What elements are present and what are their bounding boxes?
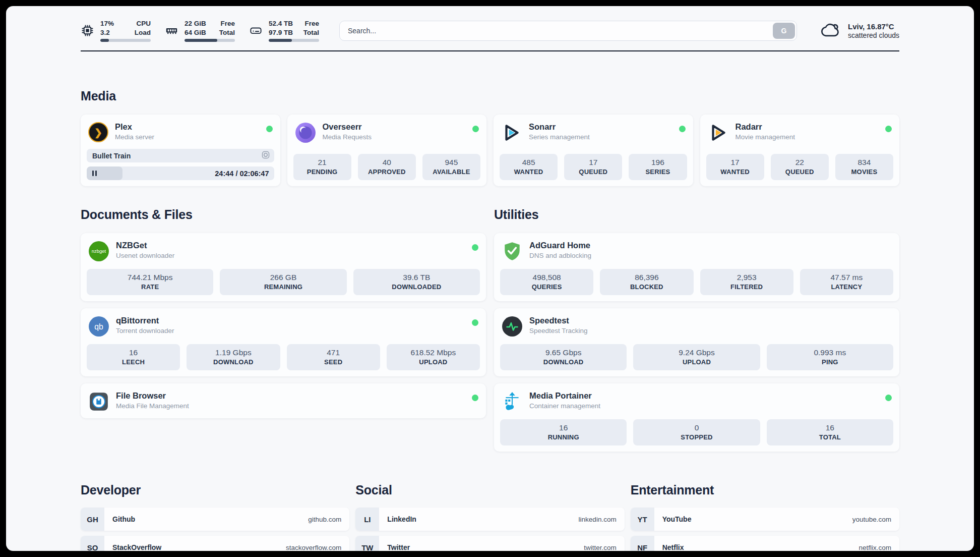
system-stats: 17%CPU 3.2Load 22 GiBFree 64 GiBTotal [81, 19, 319, 42]
status-dot-online [472, 126, 479, 132]
app-subtitle: Media Requests [323, 133, 372, 141]
svg-text:nzbget: nzbget [92, 248, 106, 254]
section-title-entertainment: Entertainment [631, 483, 899, 497]
status-dot-online [472, 244, 478, 251]
app-subtitle: Series management [529, 133, 590, 141]
app-card-plex[interactable]: ❯ Plex Media server Bullet Train [81, 115, 280, 186]
bookmark-abbr: YT [631, 508, 654, 531]
bookmark-url: youtube.com [852, 516, 891, 523]
app-name: AdGuard Home [529, 241, 591, 251]
cpu-progress-bar [100, 39, 151, 42]
stat-pending: 21PENDING [293, 154, 351, 180]
disk-progress-bar [269, 39, 319, 42]
disk-free-label: Free [304, 19, 319, 28]
bookmark-github[interactable]: GH Github github.com [81, 508, 349, 531]
app-card-radarr[interactable]: Radarr Movie management 17WANTED 22QUEUE… [700, 115, 900, 186]
header-divider [81, 50, 899, 51]
stat-rate: 744.21 MbpsRATE [87, 269, 213, 295]
cpu-icon [81, 24, 94, 37]
stat-seed: 471SEED [287, 344, 380, 370]
disk-total-value: 97.9 TB [269, 28, 293, 37]
stat-available: 945AVAILABLE [422, 154, 480, 180]
disk-icon [249, 24, 263, 37]
memory-stat: 22 GiBFree 64 GiBTotal [165, 19, 235, 42]
filebrowser-icon [88, 391, 109, 412]
app-subtitle: Movie management [736, 133, 795, 141]
stat-wanted: 17WANTED [706, 154, 764, 180]
app-card-speedtest[interactable]: Speedtest Speedtest Tracking 9.65 GbpsDO… [494, 308, 899, 376]
app-card-filebrowser[interactable]: File Browser Media File Management [81, 383, 486, 418]
topbar: 17%CPU 3.2Load 22 GiBFree 64 GiBTotal [81, 19, 899, 42]
section-title-developer: Developer [81, 483, 349, 497]
search-bar: G [339, 21, 797, 41]
cpu-label: CPU [136, 19, 151, 28]
section-entertainment: Entertainment YT YouTube youtube.com NF … [631, 483, 899, 551]
bookmark-url: stackoverflow.com [286, 544, 341, 551]
app-card-adguard[interactable]: AdGuard Home DNS and adblocking 498,508Q… [494, 233, 899, 301]
search-engine-button[interactable]: G [773, 23, 795, 39]
disk-free-value: 52.4 TB [269, 19, 293, 28]
qbittorrent-icon: qb [88, 316, 109, 337]
bookmark-abbr: SO [81, 536, 104, 551]
stat-remaining: 266 GBREMAINING [220, 269, 346, 295]
app-subtitle: Torrent downloader [116, 327, 174, 335]
cpu-usage-value: 17% [100, 19, 114, 28]
app-subtitle: Media File Management [116, 402, 189, 410]
cpu-load-value: 3.2 [100, 28, 110, 37]
status-dot-online [885, 126, 892, 132]
weather-location-temp: Lviv, 16.87°C [848, 22, 899, 31]
app-card-portainer[interactable]: Media Portainer Container management 16R… [494, 383, 899, 452]
bookmark-name: Netflix [662, 543, 684, 551]
stat-leech: 16LEECH [87, 344, 180, 370]
app-card-sonarr[interactable]: Sonarr Series management 485WANTED 17QUE… [494, 115, 693, 186]
now-playing-title: Bullet Train [92, 152, 131, 160]
pause-icon[interactable] [92, 171, 97, 176]
app-card-nzbget[interactable]: nzbget NZBGet Usenet downloader 744.21 M… [81, 233, 486, 301]
app-name: Overseerr [323, 122, 372, 132]
stat-running: 16RUNNING [500, 419, 627, 445]
bookmark-name: Twitter [387, 543, 410, 551]
bookmark-abbr: LI [355, 508, 379, 531]
app-subtitle: Usenet downloader [116, 252, 174, 259]
speedtest-icon [502, 316, 523, 337]
stat-wanted: 485WANTED [500, 154, 558, 180]
stat-movies: 834MOVIES [835, 154, 893, 180]
app-name: Radarr [736, 122, 795, 132]
dashboard-page: 17%CPU 3.2Load 22 GiBFree 64 GiBTotal [6, 6, 974, 551]
section-title-media: Media [81, 89, 899, 103]
stat-queued: 17QUEUED [564, 154, 622, 180]
bookmark-stackoverflow[interactable]: SO StackOverflow stackoverflow.com [81, 536, 349, 551]
app-name: Speedtest [529, 316, 588, 326]
plex-icon: ❯ [88, 122, 108, 142]
now-playing-bar: Bullet Train [87, 149, 274, 162]
app-name: NZBGet [116, 241, 174, 251]
bookmark-youtube[interactable]: YT YouTube youtube.com [631, 508, 899, 531]
radarr-icon [708, 122, 729, 143]
search-input[interactable] [339, 21, 797, 41]
memory-progress-bar [185, 39, 235, 42]
cloud-icon [819, 20, 841, 42]
stat-upload: 618.52 MbpsUPLOAD [387, 344, 480, 370]
memory-total-value: 64 GiB [185, 28, 206, 37]
nzbget-icon: nzbget [88, 241, 109, 262]
svg-text:qb: qb [94, 322, 103, 331]
open-player-modal-icon[interactable] [262, 151, 270, 160]
memory-free-value: 22 GiB [185, 19, 206, 28]
playback-progress-bar[interactable]: 24:44 / 02:06:47 [87, 166, 274, 180]
bookmark-linkedin[interactable]: LI LinkedIn linkedin.com [355, 508, 624, 531]
bookmark-abbr: TW [355, 536, 379, 551]
bookmark-name: LinkedIn [387, 515, 416, 523]
bookmark-twitter[interactable]: TW Twitter twitter.com [355, 536, 624, 551]
app-name: Plex [115, 122, 154, 132]
section-title-utilities: Utilities [494, 207, 899, 222]
section-developer: Developer GH Github github.com SO StackO… [81, 483, 349, 551]
bookmark-netflix[interactable]: NF Netflix netflix.com [631, 536, 899, 551]
stat-download: 9.65 GbpsDOWNLOAD [500, 344, 627, 370]
app-card-qbittorrent[interactable]: qb qBittorrent Torrent downloader 16LEEC… [81, 308, 486, 376]
stat-series: 196SERIES [629, 154, 687, 180]
playback-time: 24:44 / 02:06:47 [215, 166, 269, 180]
app-subtitle: Speedtest Tracking [529, 327, 588, 335]
stat-ping: 0.993 msPING [767, 344, 893, 370]
bookmark-url: twitter.com [584, 544, 617, 551]
app-card-overseerr[interactable]: Overseerr Media Requests 21PENDING 40APP… [287, 115, 487, 186]
